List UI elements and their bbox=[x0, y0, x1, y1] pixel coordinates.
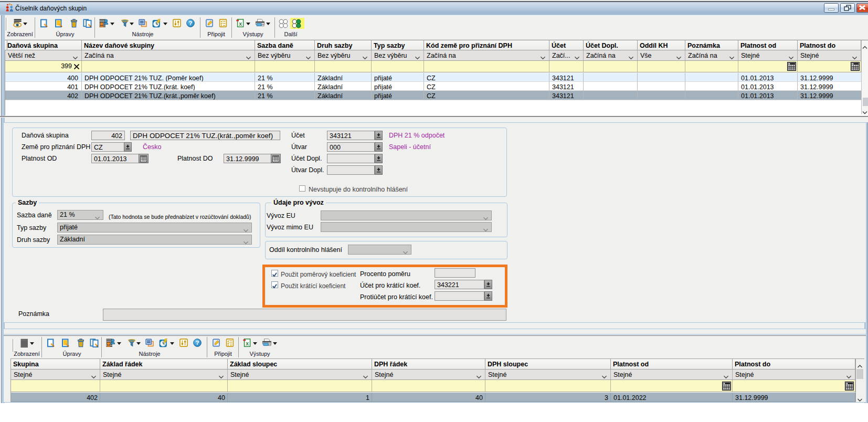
svg-text:?: ? bbox=[188, 20, 192, 26]
svg-text:?: ? bbox=[195, 340, 199, 346]
svg-text:x: x bbox=[246, 340, 249, 346]
svg-text:x: x bbox=[239, 20, 242, 27]
